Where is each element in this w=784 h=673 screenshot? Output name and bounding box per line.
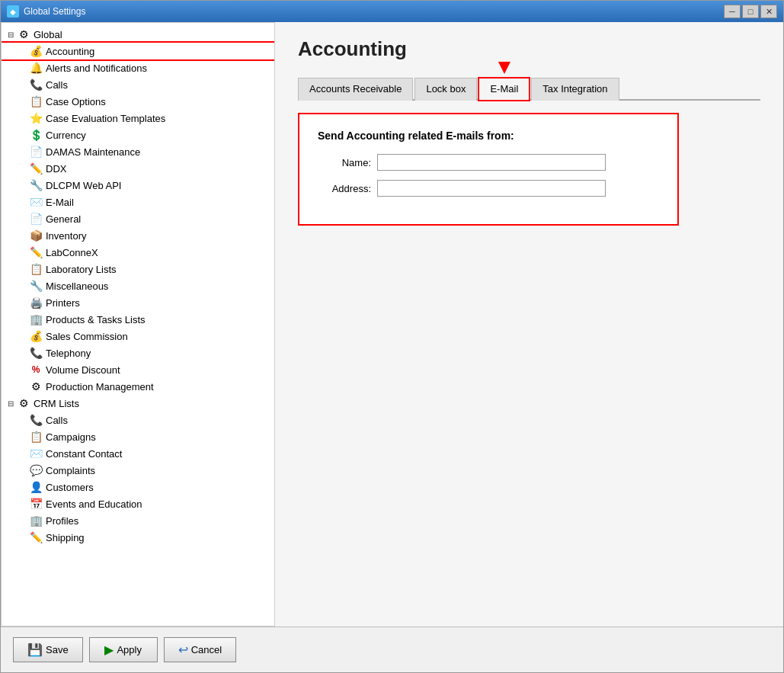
tree-item-customers[interactable]: 👤 Customers xyxy=(2,479,274,495)
expand-icon-global[interactable]: ⊟ xyxy=(5,28,17,40)
name-label: Name: xyxy=(318,157,371,168)
tree-item-campaigns[interactable]: 📋 Campaigns xyxy=(2,428,274,445)
tab-email[interactable]: E-Mail xyxy=(478,78,530,101)
spacer xyxy=(17,129,29,141)
shipping-label: Shipping xyxy=(46,532,85,543)
general-icon: 📄 xyxy=(29,212,43,226)
tree-item-lab-lists[interactable]: 📋 Laboratory Lists xyxy=(2,261,274,277)
general-label: General xyxy=(46,213,81,225)
tree-item-general[interactable]: 📄 General xyxy=(2,210,274,227)
tab-lockbox-label: Lock box xyxy=(426,83,466,95)
tree-item-case-eval[interactable]: ⭐ Case Evaluation Templates xyxy=(2,110,274,127)
tab-accounts-receivable[interactable]: Accounts Receivable xyxy=(298,78,413,101)
global-label: Global xyxy=(34,29,62,40)
tab-tax-integration-label: Tax Integration xyxy=(542,83,607,95)
campaigns-label: Campaigns xyxy=(46,431,96,443)
tree-root-crm[interactable]: ⊟ ⚙ CRM Lists xyxy=(2,395,274,412)
save-button[interactable]: 💾 Save xyxy=(13,637,83,662)
apply-button[interactable]: ▶ Apply xyxy=(89,637,158,662)
name-input[interactable] xyxy=(377,154,606,171)
tree-item-dlcpm[interactable]: 🔧 DLCPM Web API xyxy=(2,177,274,194)
tab-lockbox[interactable]: Lock box xyxy=(414,78,477,101)
title-buttons: ─ □ ✕ xyxy=(724,5,777,18)
cancel-label: Cancel xyxy=(191,644,222,655)
tree-item-telephony[interactable]: 📞 Telephony xyxy=(2,345,274,361)
tree-item-production[interactable]: ⚙ Production Management xyxy=(2,378,274,395)
spacer xyxy=(17,45,29,57)
spacer xyxy=(17,263,29,275)
sales-label: Sales Commission xyxy=(46,331,128,342)
spacer xyxy=(17,112,29,124)
production-icon: ⚙ xyxy=(29,380,43,393)
calls-label: Calls xyxy=(46,79,68,91)
shipping-icon: ✏️ xyxy=(29,530,43,544)
printers-label: Printers xyxy=(46,297,80,309)
email-section-title: Send Accounting related E-mails from: xyxy=(318,130,659,142)
tree-item-email[interactable]: ✉️ E-Mail xyxy=(2,194,274,210)
tree-item-calls[interactable]: 📞 Calls xyxy=(2,76,274,93)
tree-item-sales[interactable]: 💰 Sales Commission xyxy=(2,328,274,345)
spacer xyxy=(17,531,29,543)
maximize-button[interactable]: □ xyxy=(742,5,759,18)
tree-item-damas[interactable]: 📄 DAMAS Maintenance xyxy=(2,143,274,160)
close-button[interactable]: ✕ xyxy=(760,5,777,18)
tree-item-shipping[interactable]: ✏️ Shipping xyxy=(2,529,274,546)
customers-icon: 👤 xyxy=(29,480,43,494)
address-input[interactable] xyxy=(377,180,606,197)
email-section: Send Accounting related E-mails from: Na… xyxy=(298,113,679,226)
email-icon: ✉️ xyxy=(29,195,43,209)
bottom-bar: 💾 Save ▶ Apply ↩ Cancel xyxy=(1,627,783,672)
dlcpm-icon: 🔧 xyxy=(29,178,43,192)
tree-root-global[interactable]: ⊟ ⚙ Global xyxy=(2,26,274,43)
cancel-icon: ↩ xyxy=(178,643,188,657)
spacer xyxy=(17,514,29,527)
apply-label: Apply xyxy=(117,644,142,655)
spacer xyxy=(17,364,29,376)
misc-label: Miscellaneous xyxy=(46,280,108,292)
page-title: Accounting xyxy=(298,37,760,61)
volume-icon: % xyxy=(29,363,43,377)
customers-label: Customers xyxy=(46,482,94,493)
spacer xyxy=(17,464,29,476)
save-label: Save xyxy=(46,644,69,655)
profiles-label: Profiles xyxy=(46,515,78,527)
cancel-button[interactable]: ↩ Cancel xyxy=(164,637,236,662)
alerts-icon: 🔔 xyxy=(29,61,43,75)
products-label: Products & Tasks Lists xyxy=(46,314,146,325)
spacer xyxy=(17,347,29,359)
spacer xyxy=(17,447,29,460)
tree-item-crm-calls[interactable]: 📞 Calls xyxy=(2,412,274,428)
tree-item-labconnex[interactable]: ✏️ LabConneX xyxy=(2,244,274,261)
ddx-label: DDX xyxy=(46,163,66,175)
tab-tax-integration[interactable]: Tax Integration xyxy=(531,78,619,101)
tree-item-events[interactable]: 📅 Events and Education xyxy=(2,495,274,512)
tree-item-printers[interactable]: 🖨️ Printers xyxy=(2,294,274,311)
calls-icon: 📞 xyxy=(29,78,43,91)
tree-item-currency[interactable]: 💲 Currency xyxy=(2,127,274,143)
tree-item-constant-contact[interactable]: ✉️ Constant Contact xyxy=(2,445,274,462)
ddx-icon: ✏️ xyxy=(29,162,43,175)
tree-item-alerts[interactable]: 🔔 Alerts and Notifications xyxy=(2,59,274,76)
minimize-button[interactable]: ─ xyxy=(724,5,741,18)
damas-label: DAMAS Maintenance xyxy=(46,146,140,158)
tree-item-case-options[interactable]: 📋 Case Options xyxy=(2,93,274,110)
expand-icon-crm[interactable]: ⊟ xyxy=(5,397,17,409)
spacer xyxy=(17,162,29,175)
inventory-icon: 📦 xyxy=(29,229,43,242)
tree-item-profiles[interactable]: 🏢 Profiles xyxy=(2,512,274,529)
production-label: Production Management xyxy=(46,381,154,393)
tree-item-complaints[interactable]: 💬 Complaints xyxy=(2,462,274,479)
right-panel: Accounting Accounts Receivable Lock box … xyxy=(275,22,783,627)
title-bar-left: ◆ Global Settings xyxy=(7,5,85,18)
tree-item-volume[interactable]: % Volume Discount xyxy=(2,361,274,378)
tree-item-ddx[interactable]: ✏️ DDX xyxy=(2,160,274,177)
profiles-icon: 🏢 xyxy=(29,514,43,527)
tree-item-misc[interactable]: 🔧 Miscellaneous xyxy=(2,277,274,294)
spacer xyxy=(17,196,29,208)
spacer xyxy=(17,498,29,510)
tree-item-accounting[interactable]: 💰 Accounting xyxy=(2,43,274,59)
inventory-label: Inventory xyxy=(46,230,86,242)
tree-item-inventory[interactable]: 📦 Inventory xyxy=(2,227,274,244)
spacer xyxy=(17,414,29,426)
tree-item-products[interactable]: 🏢 Products & Tasks Lists xyxy=(2,311,274,328)
